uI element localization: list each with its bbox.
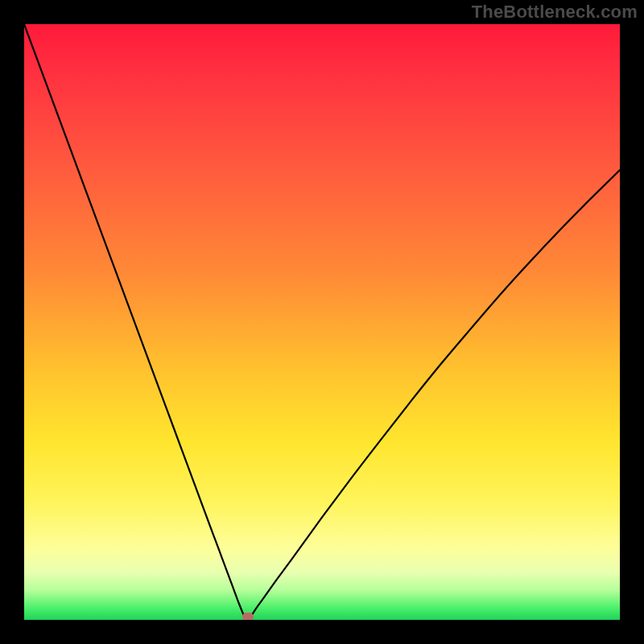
plot-area xyxy=(24,24,620,620)
chart-frame: TheBottleneck.com xyxy=(0,0,644,644)
bottleneck-curve xyxy=(24,24,620,620)
attribution-watermark: TheBottleneck.com xyxy=(472,2,638,23)
optimum-marker xyxy=(242,613,254,620)
